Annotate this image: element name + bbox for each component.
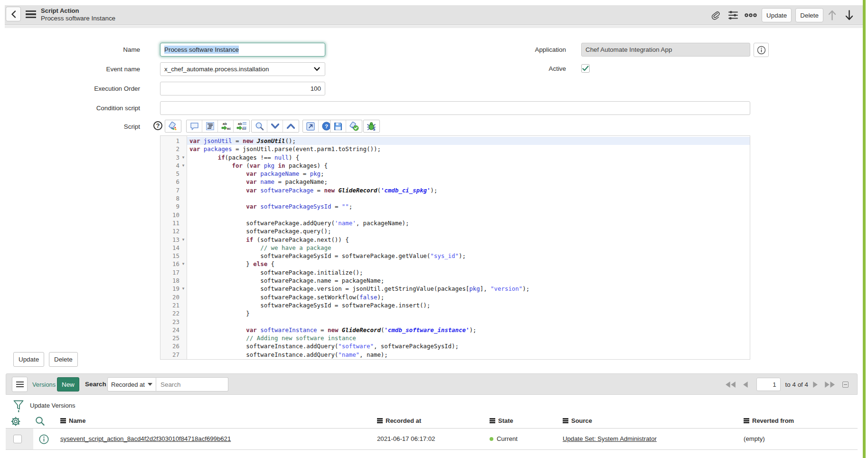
search-icon[interactable] xyxy=(35,416,45,428)
name-input[interactable]: Process software Instance xyxy=(160,43,325,57)
application-value: Chef Automate Integration App xyxy=(585,46,672,53)
code-line: 4▾ for (var pkg in packages) { xyxy=(160,162,750,170)
line-number: 15 xyxy=(160,252,179,260)
header-actions: Update Delete xyxy=(705,5,858,25)
column-header-state[interactable]: State xyxy=(490,417,513,424)
condition-script-input[interactable] xyxy=(160,101,750,115)
previous-record-icon[interactable] xyxy=(823,10,840,20)
new-version-button[interactable]: New xyxy=(57,377,79,391)
line-number: 8 xyxy=(160,194,179,202)
script-help-icon[interactable]: ? xyxy=(153,121,162,130)
replace-all-icon[interactable]: abac xyxy=(234,120,249,132)
toolbar-group xyxy=(330,120,362,133)
gear-icon[interactable] xyxy=(10,416,21,429)
back-button[interactable] xyxy=(6,7,21,21)
list-search-field-select[interactable]: Recorded at xyxy=(107,377,156,391)
update-button[interactable]: Update xyxy=(762,8,792,22)
fold-marker-icon[interactable]: ▾ xyxy=(179,285,187,293)
form-context-menu-icon[interactable] xyxy=(26,10,36,19)
execution-order-input[interactable]: 100 xyxy=(160,82,325,95)
toolbar-group xyxy=(165,120,181,133)
fold-marker-icon[interactable]: ▾ xyxy=(179,260,187,268)
active-checkbox[interactable] xyxy=(581,64,590,73)
save-icon[interactable] xyxy=(330,120,346,132)
active-label: Active xyxy=(426,65,566,72)
code-line: 21 softwarePackageSysId = softwarePackag… xyxy=(160,301,750,309)
line-number: 23 xyxy=(160,318,179,326)
breadcrumb-all-link[interactable]: Update Versions xyxy=(30,402,75,409)
line-number: 13 xyxy=(160,236,179,244)
personalize-form-icon[interactable] xyxy=(726,8,740,22)
fold-marker-icon xyxy=(179,211,187,219)
record-info-icon[interactable] xyxy=(39,434,49,446)
fold-marker-icon xyxy=(179,301,187,309)
pagination-range-text: to 4 of 4 xyxy=(785,381,808,388)
more-options-icon[interactable] xyxy=(744,8,758,22)
column-menu-icon xyxy=(744,417,749,424)
version-name-link[interactable]: sysevent_script_action_8acd4f2d2f303010f… xyxy=(60,435,231,442)
first-page-icon[interactable] xyxy=(725,382,736,388)
versions-list-title[interactable]: Versions xyxy=(32,381,56,388)
row-checkbox[interactable] xyxy=(13,435,22,443)
comment-icon[interactable] xyxy=(187,120,202,132)
syntax-check-icon[interactable] xyxy=(346,120,362,132)
version-state-label: Current xyxy=(497,435,518,442)
fold-marker-icon xyxy=(179,268,187,277)
next-page-icon[interactable] xyxy=(813,382,818,388)
name-label: Name xyxy=(0,46,140,53)
page-number-input[interactable] xyxy=(756,378,781,391)
column-header-name[interactable]: Name xyxy=(60,417,85,424)
find-next-icon[interactable] xyxy=(267,120,283,132)
application-input: Chef Automate Integration App xyxy=(581,43,750,57)
list-search-input[interactable] xyxy=(156,377,228,391)
column-header-recorded-at[interactable]: Recorded at xyxy=(377,417,421,424)
attachment-icon[interactable] xyxy=(708,8,723,22)
line-gutter: 24 xyxy=(160,326,187,334)
event-name-select[interactable]: x_chef_automate.process.installation xyxy=(160,62,325,76)
column-header-reverted-from[interactable]: Reverted from xyxy=(744,417,794,424)
svg-text:ab: ab xyxy=(223,122,227,126)
version-source-link[interactable]: Update Set: System Administrator xyxy=(563,435,657,442)
record-title: Process software Instance xyxy=(41,15,115,22)
chevron-down-icon xyxy=(314,67,320,71)
last-page-icon[interactable] xyxy=(825,382,836,388)
fold-marker-icon xyxy=(179,351,187,359)
footer-delete-button[interactable]: Delete xyxy=(49,352,78,367)
replace-icon[interactable]: abac xyxy=(218,120,234,132)
list-context-menu-icon[interactable] xyxy=(12,377,28,392)
fold-marker-icon[interactable]: ▾ xyxy=(179,162,187,170)
search-icon[interactable] xyxy=(252,120,267,132)
fold-marker-icon[interactable]: ▾ xyxy=(179,153,187,162)
fold-marker-icon[interactable]: ▾ xyxy=(179,236,187,244)
filter-icon[interactable] xyxy=(13,400,24,414)
delete-button[interactable]: Delete xyxy=(795,8,823,22)
line-number: 1 xyxy=(160,137,179,145)
line-number: 9 xyxy=(160,202,179,210)
next-record-icon[interactable] xyxy=(840,10,858,20)
collapse-list-icon[interactable] xyxy=(842,382,849,388)
script-action-form-page: Script Action Process software Instance xyxy=(0,0,868,458)
fold-marker-icon xyxy=(179,252,187,260)
open-window-icon[interactable] xyxy=(303,120,319,132)
line-gutter: 27 xyxy=(160,351,187,359)
version-table-row: sysevent_script_action_8acd4f2d2f303010f… xyxy=(6,429,858,450)
format-code-icon[interactable] xyxy=(202,120,218,132)
fold-marker-icon xyxy=(179,178,187,186)
footer-update-button[interactable]: Update xyxy=(13,352,44,367)
right-gutter xyxy=(866,0,868,458)
code-line-text: softwarePackage.initialize(); xyxy=(187,268,750,277)
previous-page-icon[interactable] xyxy=(743,382,748,388)
syntax-editor-icon[interactable] xyxy=(165,120,181,132)
column-header-source[interactable]: Source xyxy=(563,417,592,424)
code-line: 25 // Adding new software instance xyxy=(160,334,750,342)
script-code-editor[interactable]: 1var jsonUtil = new JsonUtil();2var pack… xyxy=(160,135,750,360)
debug-icon[interactable]: $ xyxy=(364,120,379,132)
line-number: 3 xyxy=(160,153,179,162)
find-previous-icon[interactable] xyxy=(283,120,299,132)
line-number: 4 xyxy=(160,162,179,170)
code-line: 12 softwarePackage.query(); xyxy=(160,227,750,235)
execution-order-value: 100 xyxy=(311,85,321,92)
application-info-icon[interactable] xyxy=(754,43,769,57)
svg-text:?: ? xyxy=(325,124,328,129)
line-gutter: 17 xyxy=(160,268,187,277)
